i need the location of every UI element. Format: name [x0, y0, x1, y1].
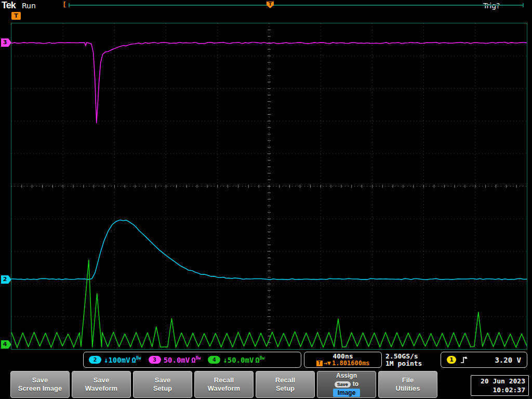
menu-button-recall-waveform[interactable]: Recall Waveform — [194, 371, 254, 398]
date: 20 Jun 2023 — [474, 377, 525, 385]
ch2-badge: 2 — [89, 356, 101, 364]
assign-target-image: Image — [333, 389, 361, 397]
trigger-position-arrow: →▼ — [324, 360, 331, 367]
ch3-scale: 50.0mVΩBw — [164, 356, 201, 364]
time: 10:02:37 — [474, 385, 525, 394]
menu-button-save-screen-image[interactable]: Save Screen Image — [10, 371, 70, 398]
trigger-status-label: Trig? — [483, 2, 500, 10]
channel-marker-2: 2 — [1, 275, 11, 284]
timebase-scale: 400ns — [304, 353, 381, 360]
acquisition-readout: 2.50GS/s 1M points — [385, 353, 422, 367]
datetime-box: 20 Jun 2023 10:02:37 — [471, 375, 529, 396]
menu-button-assign-save[interactable]: Assign Save to Image — [317, 371, 376, 398]
trigger-readout: 1 3.20 V — [441, 352, 527, 368]
ch4-scale: ↓50.0mVΩBw — [223, 356, 264, 364]
waveform-display — [11, 23, 527, 349]
trigger-level: 3.20 V — [495, 356, 521, 364]
oscilloscope-screen: Tek Run Trig? [ T T 3 2 4 2 ↓100mVΩBw 3 … — [0, 0, 532, 399]
ch3-badge: 3 — [149, 356, 161, 364]
ch4-readout: 4 ↓50.0mVΩBw — [208, 356, 264, 364]
ch4-badge: 4 — [208, 356, 220, 364]
graticule — [11, 23, 527, 350]
menu-button-file-utilities[interactable]: File Utilities — [378, 371, 437, 398]
trigger-position-readout: T →▼ 1.801600ms — [304, 360, 381, 367]
horizontal-readout: 400ns T →▼ 1.801600ms — [304, 352, 382, 368]
record-view-bar — [69, 5, 524, 6]
save-pill-icon: Save — [335, 381, 351, 388]
menu-button-recall-setup[interactable]: Recall Setup — [256, 371, 315, 398]
menu-button-save-setup[interactable]: Save Setup — [133, 371, 192, 398]
menu-button-save-waveform[interactable]: Save Waveform — [72, 371, 131, 398]
ch3-readout: 3 50.0mVΩBw — [149, 356, 201, 364]
ch2-scale: ↓100mVΩBw — [104, 356, 141, 364]
channel-readout-bar: 2 ↓100mVΩBw 3 50.0mVΩBw 4 ↓50.0mVΩBw — [83, 352, 301, 368]
acquisition-run-status: Run — [22, 2, 36, 10]
trigger-flag-icon: T — [11, 12, 21, 20]
trigger-position-value: 1.801600ms — [332, 360, 369, 367]
trigger-t-icon: T — [316, 361, 323, 366]
channel-marker-3: 3 — [1, 38, 11, 47]
channel-marker-4: 4 — [1, 340, 11, 349]
sample-rate: 2.50GS/s — [385, 353, 422, 360]
record-length: 1M points — [385, 360, 422, 367]
rising-edge-icon — [461, 356, 468, 364]
trigger-source-badge: 1 — [447, 356, 456, 364]
record-view-left-bracket: [ — [62, 1, 66, 8]
trigger-position-icon: T — [267, 2, 274, 8]
ch2-readout: 2 ↓100mVΩBw — [89, 356, 141, 364]
tek-logo: Tek — [2, 0, 16, 11]
